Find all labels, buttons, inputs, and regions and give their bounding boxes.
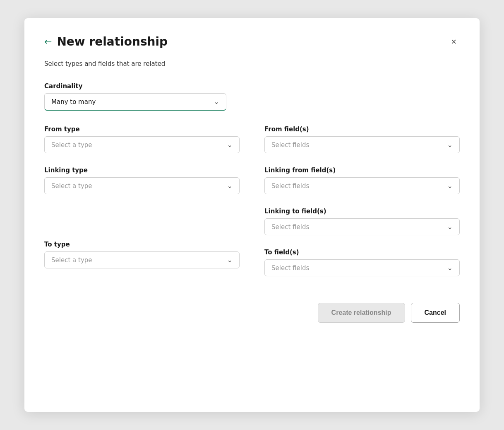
from-fields-chevron-icon: ⌄ (447, 141, 453, 149)
create-relationship-button[interactable]: Create relationship (318, 303, 405, 323)
linking-to-fields-placeholder: Select fields (271, 223, 309, 231)
dialog-header: ← New relationship × (44, 35, 460, 48)
from-type-chevron-icon: ⌄ (227, 141, 233, 149)
linking-type-group: Linking type Select a type ⌄ (44, 167, 240, 194)
linking-from-fields-label: Linking from field(s) (264, 167, 460, 174)
from-fields-label: From field(s) (264, 126, 460, 133)
to-fields-dropdown[interactable]: Select fields ⌄ (264, 259, 460, 276)
linking-to-fields-label: Linking to field(s) (264, 208, 460, 215)
to-type-label: To type (44, 241, 240, 248)
from-fields-dropdown[interactable]: Select fields ⌄ (264, 136, 460, 153)
from-type-group: From type Select a type ⌄ (44, 126, 240, 153)
cardinality-chevron-icon: ⌄ (214, 98, 219, 106)
dialog-subtitle: Select types and fields that are related (44, 60, 460, 68)
footer-row: Create relationship Cancel (44, 303, 460, 323)
cardinality-value: Many to many (51, 98, 96, 106)
cardinality-dropdown[interactable]: Many to many ⌄ (44, 93, 226, 111)
left-col: From type Select a type ⌄ Linking type S… (44, 126, 240, 290)
linking-from-fields-placeholder: Select fields (271, 182, 309, 190)
from-type-dropdown[interactable]: Select a type ⌄ (44, 136, 240, 153)
linking-type-dropdown[interactable]: Select a type ⌄ (44, 177, 240, 194)
right-col: From field(s) Select fields ⌄ Linking fr… (264, 126, 460, 290)
title-row: ← New relationship (44, 35, 168, 48)
to-fields-label: To field(s) (264, 249, 460, 256)
from-type-label: From type (44, 126, 240, 133)
to-fields-placeholder: Select fields (271, 264, 309, 272)
to-type-dropdown[interactable]: Select a type ⌄ (44, 251, 240, 268)
close-button[interactable]: × (448, 36, 460, 48)
to-type-placeholder: Select a type (51, 256, 92, 264)
linking-to-fields-chevron-icon: ⌄ (447, 223, 453, 231)
from-fields-placeholder: Select fields (271, 141, 309, 149)
to-fields-group: To field(s) Select fields ⌄ (264, 249, 460, 276)
from-fields-group: From field(s) Select fields ⌄ (264, 126, 460, 153)
to-fields-chevron-icon: ⌄ (447, 264, 453, 272)
linking-type-placeholder: Select a type (51, 182, 92, 190)
to-type-group: To type Select a type ⌄ (44, 241, 240, 268)
back-arrow-icon[interactable]: ← (44, 36, 52, 47)
linking-from-fields-dropdown[interactable]: Select fields ⌄ (264, 177, 460, 194)
linking-type-chevron-icon: ⌄ (227, 182, 233, 190)
linking-to-fields-dropdown[interactable]: Select fields ⌄ (264, 218, 460, 235)
main-grid: From type Select a type ⌄ Linking type S… (44, 126, 460, 290)
cardinality-section: Cardinality Many to many ⌄ (44, 82, 460, 111)
to-type-chevron-icon: ⌄ (227, 256, 233, 264)
from-type-placeholder: Select a type (51, 141, 92, 149)
linking-type-label: Linking type (44, 167, 240, 174)
linking-to-fields-group: Linking to field(s) Select fields ⌄ (264, 208, 460, 235)
new-relationship-dialog: ← New relationship × Select types and fi… (24, 18, 480, 412)
cardinality-label: Cardinality (44, 82, 460, 90)
cancel-button[interactable]: Cancel (411, 303, 460, 323)
linking-from-fields-chevron-icon: ⌄ (447, 182, 453, 190)
dialog-title: New relationship (57, 35, 168, 48)
linking-from-fields-group: Linking from field(s) Select fields ⌄ (264, 167, 460, 194)
